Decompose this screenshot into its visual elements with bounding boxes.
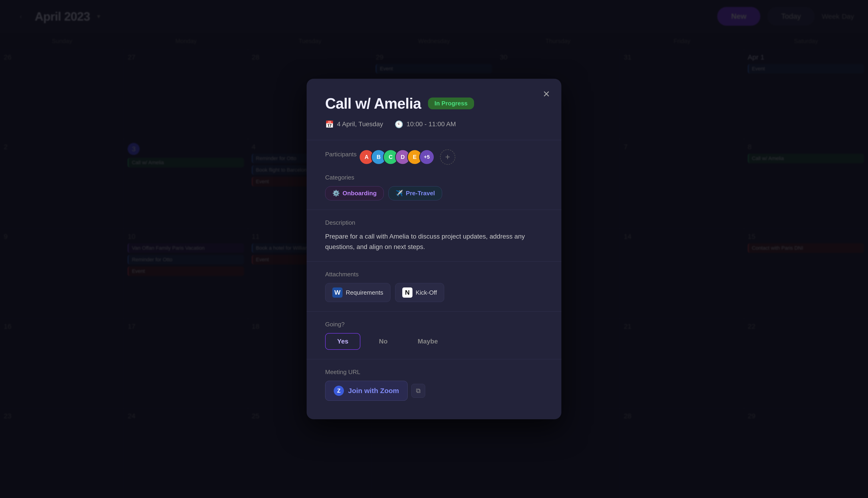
modal-title: Call w/ Amelia bbox=[325, 95, 421, 112]
going-no-button[interactable]: No bbox=[367, 333, 399, 349]
categories-section: Categories ⚙️ Onboarding ✈️ Pre-Travel bbox=[325, 174, 543, 200]
category-onboarding[interactable]: ⚙️ Onboarding bbox=[325, 186, 384, 200]
attachments-row: W Requirements N Kick-Off bbox=[325, 283, 543, 302]
divider-2 bbox=[307, 210, 561, 210]
going-label: Going? bbox=[325, 321, 543, 328]
status-badge: In Progress bbox=[428, 97, 474, 109]
close-button[interactable]: × bbox=[543, 88, 550, 100]
modal-overlay: × Call w/ Amelia In Progress 📅 4 April, … bbox=[0, 0, 868, 498]
modal-title-row: Call w/ Amelia In Progress bbox=[325, 95, 543, 112]
divider-4 bbox=[307, 311, 561, 312]
description-text: Prepare for a call with Amelia to discus… bbox=[325, 232, 543, 252]
description-section: Description Prepare for a call with Amel… bbox=[325, 219, 543, 252]
copy-icon: ⧉ bbox=[416, 387, 420, 395]
attachments-section: Attachments W Requirements N Kick-Off bbox=[325, 271, 543, 302]
attachment-requirements-label: Requirements bbox=[346, 289, 383, 296]
participant-avatars: A B C D E +5 bbox=[359, 149, 435, 165]
categories-row: ⚙️ Onboarding ✈️ Pre-Travel bbox=[325, 186, 543, 200]
zoom-icon: Z bbox=[334, 386, 344, 396]
meeting-url-label: Meeting URL bbox=[325, 368, 543, 376]
pretravel-icon: ✈️ bbox=[396, 190, 403, 197]
onboarding-label: Onboarding bbox=[343, 190, 376, 197]
participants-label: Participants bbox=[325, 151, 357, 158]
going-yes-button[interactable]: Yes bbox=[325, 333, 360, 350]
word-icon: W bbox=[332, 287, 343, 298]
zoom-label: Join with Zoom bbox=[348, 387, 399, 395]
event-detail-modal: × Call w/ Amelia In Progress 📅 4 April, … bbox=[307, 79, 561, 419]
meeting-url-row: Z Join with Zoom ⧉ bbox=[325, 381, 543, 401]
copy-url-button[interactable]: ⧉ bbox=[411, 384, 425, 398]
going-section: Going? Yes No Maybe bbox=[325, 321, 543, 350]
attachment-kickoff-label: Kick-Off bbox=[416, 289, 437, 296]
participants-section: Participants A B C D E +5 + bbox=[325, 149, 543, 165]
attachment-requirements[interactable]: W Requirements bbox=[325, 283, 390, 302]
divider-1 bbox=[307, 140, 561, 140]
time-meta: 🕙 10:00 - 11:00 AM bbox=[395, 120, 456, 128]
description-label: Description bbox=[325, 219, 543, 226]
modal-meta: 📅 4 April, Tuesday 🕙 10:00 - 11:00 AM bbox=[325, 120, 543, 128]
clock-icon: 🕙 bbox=[395, 120, 403, 128]
meeting-url-section: Meeting URL Z Join with Zoom ⧉ bbox=[325, 368, 543, 401]
add-participant-button[interactable]: + bbox=[440, 149, 455, 165]
event-time: 10:00 - 11:00 AM bbox=[406, 120, 456, 128]
event-date: 4 April, Tuesday bbox=[337, 120, 383, 128]
date-meta: 📅 4 April, Tuesday bbox=[325, 120, 383, 128]
categories-label: Categories bbox=[325, 174, 543, 181]
going-options-row: Yes No Maybe bbox=[325, 333, 543, 350]
divider-3 bbox=[307, 261, 561, 262]
going-maybe-button[interactable]: Maybe bbox=[406, 333, 450, 349]
attachments-label: Attachments bbox=[325, 271, 543, 278]
pretravel-label: Pre-Travel bbox=[406, 190, 435, 197]
category-pretravel[interactable]: ✈️ Pre-Travel bbox=[388, 186, 442, 200]
notion-icon: N bbox=[402, 287, 412, 298]
join-zoom-button[interactable]: Z Join with Zoom bbox=[325, 381, 408, 401]
avatar-count: +5 bbox=[419, 149, 435, 165]
calendar-icon: 📅 bbox=[325, 120, 334, 128]
onboarding-icon: ⚙️ bbox=[332, 190, 340, 197]
attachment-kickoff[interactable]: N Kick-Off bbox=[395, 283, 444, 302]
